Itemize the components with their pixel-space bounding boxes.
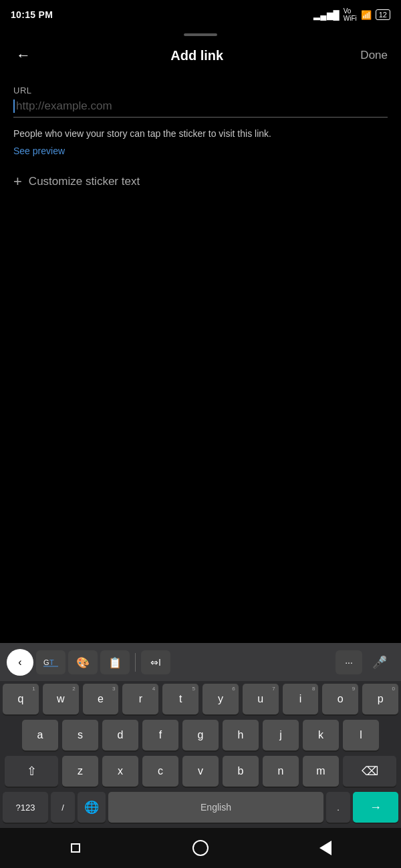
done-button[interactable]: Done: [360, 49, 388, 62]
key-b[interactable]: b: [223, 756, 259, 787]
key-c[interactable]: c: [142, 756, 178, 787]
content-area: URL http://example.com People who view y…: [0, 75, 401, 201]
key-i[interactable]: 8i: [283, 684, 319, 714]
bottom-nav: [0, 828, 401, 868]
key-e[interactable]: 3e: [83, 684, 119, 714]
status-bar: 10:15 PM ▂▄▆█ VoWiFi 📶 12: [0, 0, 401, 27]
key-j[interactable]: j: [263, 720, 299, 750]
key-x[interactable]: x: [102, 756, 138, 787]
battery-icon: 12: [376, 9, 390, 20]
back-button[interactable]: ←: [13, 44, 33, 67]
url-input-row[interactable]: http://example.com: [13, 99, 388, 118]
globe-key[interactable]: 🌐: [78, 792, 106, 823]
key-q[interactable]: 1q: [3, 684, 39, 714]
key-d[interactable]: d: [102, 720, 138, 750]
key-h[interactable]: h: [223, 720, 259, 750]
key-l[interactable]: l: [343, 720, 379, 750]
space-key[interactable]: English: [108, 792, 323, 823]
header: ← Add link Done: [0, 39, 401, 75]
more-button[interactable]: ···: [336, 650, 362, 674]
period-key[interactable]: .: [326, 792, 350, 823]
keyboard-bottom-row: ?123 / 🌐 English . →: [0, 789, 401, 828]
keyboard-back-button[interactable]: ‹: [7, 649, 33, 676]
key-w[interactable]: 2w: [43, 684, 79, 714]
wifi-icon: 📶: [361, 10, 372, 20]
key-p[interactable]: 0p: [362, 684, 398, 714]
svg-text:T: T: [49, 658, 54, 666]
translate-button[interactable]: GT: [36, 650, 65, 674]
drag-handle: [184, 33, 217, 36]
key-k[interactable]: k: [303, 720, 339, 750]
url-placeholder: http://example.com: [16, 99, 112, 113]
triangle-icon: [319, 841, 331, 855]
keyboard-row-2: a s d f g h j k l: [0, 717, 401, 753]
keyboard[interactable]: ‹ GT 🎨 📋 ⇔I ··· 🎤 1q 2w 3e 4r 5t 6y 7u 8…: [0, 643, 401, 828]
status-time: 10:15 PM: [11, 9, 53, 20]
key-r[interactable]: 4r: [122, 684, 158, 714]
keyboard-row-3: ⇧ z x c v b n m ⌫: [0, 753, 401, 789]
signal-icon: ▂▄▆█: [313, 10, 339, 20]
key-g[interactable]: g: [182, 720, 219, 750]
circle-icon: [192, 840, 209, 856]
slash-key[interactable]: /: [51, 792, 75, 823]
page-title: Add link: [170, 48, 223, 63]
customize-sticker-row[interactable]: + Customize sticker text: [13, 173, 388, 190]
key-o[interactable]: 9o: [322, 684, 358, 714]
square-icon: [71, 843, 80, 853]
key-n[interactable]: n: [263, 756, 299, 787]
key-v[interactable]: v: [182, 756, 219, 787]
handle-bar: [0, 27, 401, 39]
key-f[interactable]: f: [142, 720, 178, 750]
nav-square-button[interactable]: [65, 837, 86, 859]
plus-icon: +: [13, 173, 22, 190]
key-s[interactable]: s: [62, 720, 98, 750]
svg-text:G: G: [43, 658, 49, 666]
key-y[interactable]: 6y: [203, 684, 239, 714]
keyboard-toolbar: ‹ GT 🎨 📋 ⇔I ··· 🎤: [0, 644, 401, 681]
backspace-key[interactable]: ⌫: [343, 756, 396, 787]
palette-button[interactable]: 🎨: [68, 650, 98, 674]
symbols-key[interactable]: ?123: [3, 792, 48, 823]
text-cursor: [13, 99, 15, 113]
shift-key[interactable]: ⇧: [5, 756, 58, 787]
see-preview-link[interactable]: See preview: [13, 146, 65, 156]
key-a[interactable]: a: [22, 720, 58, 750]
mic-button[interactable]: 🎤: [365, 650, 394, 674]
nav-home-button[interactable]: [190, 837, 211, 859]
key-u[interactable]: 7u: [243, 684, 279, 714]
status-icons: ▂▄▆█ VoWiFi 📶 12: [313, 7, 390, 22]
vo-wifi-icon: VoWiFi: [344, 7, 357, 22]
key-t[interactable]: 5t: [162, 684, 198, 714]
key-z[interactable]: z: [62, 756, 98, 787]
info-description: People who view your story can tap the s…: [13, 127, 388, 141]
url-label: URL: [13, 85, 388, 95]
toolbar-separator: [135, 653, 136, 672]
keyboard-row-1: 1q 2w 3e 4r 5t 6y 7u 8i 9o 0p: [0, 681, 401, 717]
key-m[interactable]: m: [303, 756, 339, 787]
customize-sticker-label: Customize sticker text: [29, 175, 140, 188]
nav-back-button[interactable]: [315, 837, 336, 859]
enter-key[interactable]: →: [353, 792, 398, 823]
cursor-move-button[interactable]: ⇔I: [141, 650, 170, 674]
clipboard-button[interactable]: 📋: [100, 650, 130, 674]
